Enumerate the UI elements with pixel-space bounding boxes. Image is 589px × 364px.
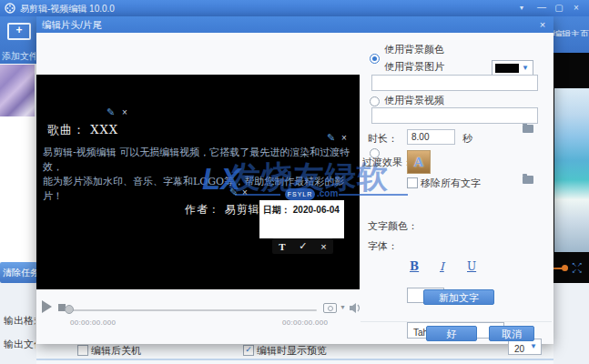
snapshot-dropdown-icon[interactable]: ▼ bbox=[340, 304, 346, 310]
task-list-area bbox=[0, 116, 36, 262]
chevron-down-icon: ▼ bbox=[530, 342, 537, 350]
browse-image-folder-icon[interactable] bbox=[523, 125, 533, 133]
ok-button[interactable]: 好 bbox=[426, 326, 477, 341]
radio-bg-image-label: 使用背景图片 bbox=[384, 60, 444, 74]
app-title: 易剪辑-视频编辑 10.0.0 bbox=[20, 3, 115, 15]
radio-bg-color-label: 使用背景颜色 bbox=[384, 43, 444, 56]
shutdown-checkbox[interactable] bbox=[77, 345, 88, 356]
close-button[interactable]: × bbox=[570, 2, 583, 15]
preview-slider[interactable] bbox=[67, 309, 317, 311]
author-text[interactable]: 作者： 易剪辑 bbox=[185, 202, 260, 217]
browse-video-folder-icon[interactable] bbox=[523, 176, 533, 184]
underline-button[interactable]: U bbox=[467, 260, 476, 273]
bg-color-swatch bbox=[495, 64, 519, 73]
watermark-pill: FSYLR bbox=[285, 188, 315, 200]
menu-icon[interactable]: ▼ bbox=[515, 3, 528, 14]
song-text[interactable]: 歌曲： XXX bbox=[47, 122, 118, 138]
delete-song-icon[interactable]: × bbox=[122, 108, 127, 117]
cancel-button[interactable]: 取消 bbox=[489, 326, 534, 341]
font-size-value: 20 bbox=[509, 344, 524, 354]
transition-thumbnail[interactable]: A bbox=[407, 150, 431, 174]
titlecard-preview: ✎ × 歌曲： XXX ✎ × 易剪辑-视频编辑 可以无损编辑视频，它搭载了最先… bbox=[36, 75, 360, 289]
time-total: 00:00:00.000 bbox=[282, 318, 328, 327]
edit-intro-outro-dialog: 编辑片头/片尾 × ✎ × 歌曲： XXX ✎ × 易剪辑-视频编辑 可以无损编… bbox=[36, 16, 553, 344]
delete-description-icon[interactable]: × bbox=[341, 134, 347, 143]
remove-all-text-label: 移除所有文字 bbox=[421, 177, 481, 190]
bg-video-path-input[interactable] bbox=[371, 107, 538, 124]
chevron-down-icon: ▼ bbox=[522, 63, 529, 71]
duration-input[interactable] bbox=[407, 129, 455, 145]
shutdown-checkbox-label: 编辑后关机 bbox=[91, 344, 141, 358]
preview-slider-knob[interactable] bbox=[65, 305, 74, 314]
confirm-text-button[interactable]: ✓ bbox=[299, 240, 307, 252]
text-style-button[interactable]: T bbox=[279, 241, 285, 252]
minimize-button[interactable]: — bbox=[535, 1, 548, 14]
edit-author-icon[interactable]: ✎ bbox=[229, 187, 238, 197]
italic-button[interactable]: I bbox=[440, 260, 444, 273]
delete-text-button[interactable]: × bbox=[320, 241, 326, 252]
time-current: 00:00:00.000 bbox=[70, 318, 116, 327]
duration-label: 时长： bbox=[368, 132, 398, 146]
maximize-button[interactable]: ▢ bbox=[553, 2, 565, 15]
output-folder-label: 输出文件夹： bbox=[4, 338, 36, 351]
home-link-label: 视频编辑主页 bbox=[553, 28, 589, 36]
bottom-accent-line bbox=[0, 359, 589, 360]
app-icon bbox=[5, 3, 15, 14]
text-edit-toolbar: T ✓ × bbox=[272, 238, 333, 254]
bold-button[interactable]: B bbox=[410, 260, 419, 273]
edit-song-icon[interactable]: ✎ bbox=[107, 107, 115, 117]
bg-image-path-input[interactable] bbox=[371, 75, 538, 91]
right-lower-area bbox=[553, 283, 589, 364]
add-text-button[interactable]: 新加文字 bbox=[423, 289, 494, 305]
play-button[interactable] bbox=[42, 300, 52, 313]
speaker-icon[interactable] bbox=[349, 302, 361, 314]
bg-color-dropdown[interactable]: ▼ bbox=[492, 60, 533, 76]
date-text-editor[interactable]: 日期： 2020-06-04 bbox=[259, 200, 344, 238]
fullscreen-icon[interactable]: ↖↗↙↘ bbox=[572, 261, 586, 274]
main-titlebar: 易剪辑-视频编辑 10.0.0 ▼ — ▢ × bbox=[0, 0, 589, 16]
snapshot-camera-icon[interactable] bbox=[323, 303, 337, 313]
font-label: 字体： bbox=[368, 239, 398, 253]
dialog-close-icon[interactable]: × bbox=[535, 18, 550, 31]
transition-label: 过渡效果： bbox=[362, 156, 412, 169]
home-link[interactable]: 视频编辑主页 bbox=[553, 25, 589, 36]
add-files-label[interactable]: 添加文件 bbox=[2, 50, 36, 63]
radio-bg-image[interactable] bbox=[370, 96, 380, 106]
edit-description-icon[interactable]: ✎ bbox=[327, 133, 335, 143]
radio-bg-video-label: 使用背景视频 bbox=[384, 94, 444, 107]
clear-tasks-button[interactable]: 清除任务 bbox=[0, 262, 37, 283]
show-preview-checkbox[interactable]: ✓ bbox=[243, 345, 254, 356]
delete-author-icon[interactable]: × bbox=[242, 188, 248, 197]
show-preview-checkbox-label: 编辑时显示预览 bbox=[257, 344, 327, 358]
output-format-label: 输出格式： bbox=[4, 314, 36, 328]
main-seekbar-knob[interactable] bbox=[562, 265, 568, 271]
dialog-titlebar[interactable]: 编辑片头/片尾 × bbox=[36, 16, 553, 33]
watermark-line-right bbox=[339, 194, 408, 196]
duration-unit-label: 秒 bbox=[462, 132, 472, 146]
media-thumbnail[interactable] bbox=[0, 65, 35, 116]
panel-separator bbox=[361, 321, 552, 322]
app-window: 易剪辑-视频编辑 10.0.0 ▼ — ▢ × 编辑后关机 ✓ 编辑时显示预览 … bbox=[0, 0, 589, 364]
text-color-label: 文字颜色： bbox=[368, 219, 418, 233]
add-files-icon[interactable]: + bbox=[7, 23, 31, 40]
radio-bg-color[interactable] bbox=[370, 54, 380, 64]
remove-all-text-checkbox[interactable] bbox=[407, 177, 418, 188]
main-video-frame bbox=[554, 88, 589, 252]
dialog-title: 编辑片头/片尾 bbox=[42, 19, 102, 32]
watermark-domain: .com bbox=[317, 188, 338, 198]
